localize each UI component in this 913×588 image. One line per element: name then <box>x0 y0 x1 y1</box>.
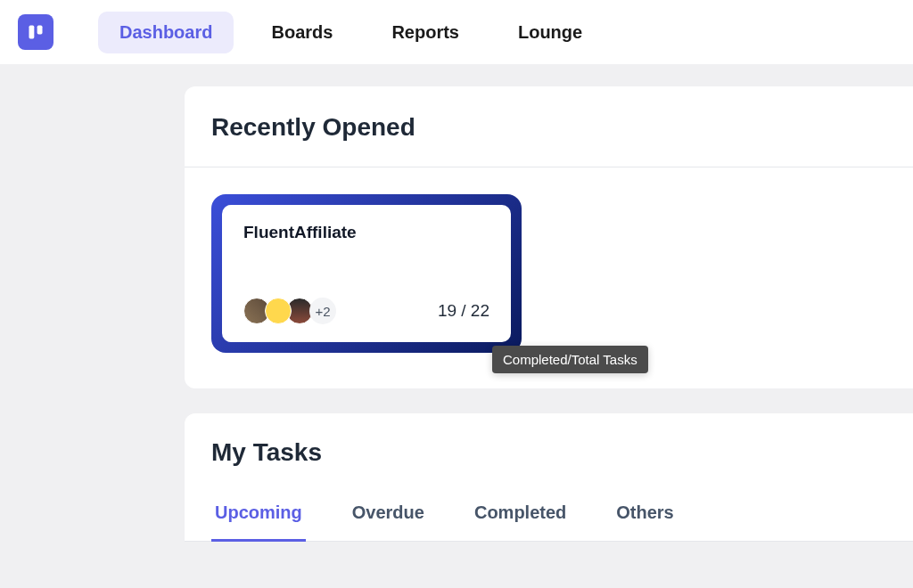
tab-completed[interactable]: Completed <box>471 502 570 542</box>
project-card[interactable]: FluentAffiliate +2 19 / 22 Completed/Tot… <box>211 194 522 353</box>
task-count: 19 / 22 <box>438 301 489 321</box>
nav-dashboard[interactable]: Dashboard <box>98 12 234 53</box>
my-tasks-tabs: Upcoming Overdue Completed Others <box>185 502 913 542</box>
tab-others[interactable]: Others <box>613 502 677 542</box>
task-count-tooltip: Completed/Total Tasks <box>492 346 648 373</box>
svg-rect-1 <box>37 26 43 35</box>
avatar-overflow: +2 <box>309 298 336 324</box>
divider <box>185 167 913 167</box>
nav-boards[interactable]: Boards <box>250 12 354 53</box>
nav-reports[interactable]: Reports <box>370 12 481 53</box>
app-logo[interactable] <box>18 14 53 50</box>
project-card-inner: FluentAffiliate +2 19 / 22 <box>222 205 511 342</box>
avatar-group[interactable]: +2 <box>243 298 331 324</box>
my-tasks-panel: My Tasks Upcoming Overdue Completed Othe… <box>185 413 913 542</box>
recently-opened-title: Recently Opened <box>211 113 913 142</box>
my-tasks-title: My Tasks <box>211 438 913 467</box>
nav-lounge[interactable]: Lounge <box>497 12 604 53</box>
main-content: Recently Opened FluentAffiliate +2 19 / … <box>0 64 913 542</box>
avatar <box>265 298 292 324</box>
main-nav: Dashboard Boards Reports Lounge <box>98 12 604 53</box>
top-navigation: Dashboard Boards Reports Lounge <box>0 0 913 64</box>
svg-rect-0 <box>29 26 35 39</box>
tab-upcoming[interactable]: Upcoming <box>211 502 306 542</box>
project-meta: +2 19 / 22 <box>243 298 489 324</box>
logo-icon <box>27 23 45 41</box>
project-name: FluentAffiliate <box>243 223 489 242</box>
tab-overdue[interactable]: Overdue <box>349 502 428 542</box>
recently-opened-panel: Recently Opened FluentAffiliate +2 19 / … <box>185 86 913 388</box>
